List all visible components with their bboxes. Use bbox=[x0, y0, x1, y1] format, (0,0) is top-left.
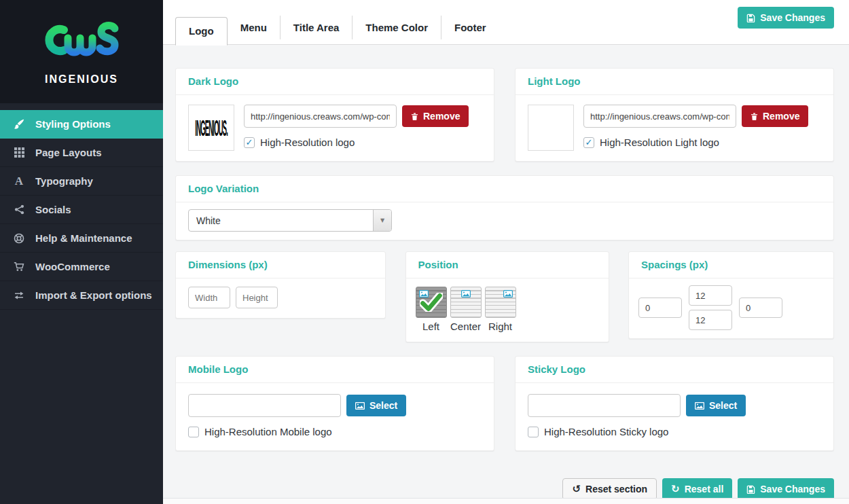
mobile-logo-title: Mobile Logo bbox=[188, 363, 248, 375]
typography-icon: A bbox=[12, 175, 26, 187]
sidebar-item-socials[interactable]: Socials bbox=[0, 196, 163, 224]
floppy-icon bbox=[746, 485, 755, 494]
mobile-logo-select-button[interactable]: Select bbox=[346, 395, 406, 416]
save-changes-button-top[interactable]: Save Changes bbox=[738, 7, 834, 29]
sidebar-item-label: WooCommerce bbox=[35, 261, 110, 272]
position-option-left[interactable]: Left bbox=[416, 287, 447, 332]
tab-logo[interactable]: Logo bbox=[175, 17, 228, 46]
height-input[interactable] bbox=[236, 287, 278, 308]
width-input[interactable] bbox=[188, 287, 230, 308]
spacings-title: Spacings (px) bbox=[641, 259, 708, 270]
lifebuoy-icon bbox=[12, 233, 26, 244]
share-icon bbox=[12, 204, 26, 215]
position-option-right[interactable]: Right bbox=[485, 287, 516, 332]
grid-icon bbox=[12, 147, 26, 158]
light-logo-hires-checkbox[interactable]: ✓ bbox=[583, 137, 594, 148]
reset-section-button[interactable]: ↺ Reset section bbox=[562, 478, 657, 500]
dark-logo-url-input[interactable] bbox=[244, 105, 397, 128]
bottom-action-bar: ↺ Reset section ↻ Reset all Save Changes bbox=[175, 478, 834, 500]
dark-logo-thumbnail: INGENIOUS. bbox=[188, 105, 234, 151]
mobile-logo-url-input[interactable] bbox=[188, 394, 341, 417]
sidebar-item-page-layouts[interactable]: Page Layouts bbox=[0, 139, 163, 167]
sidebar-menu: Styling Options Page Layouts A Typograph… bbox=[0, 110, 163, 310]
sidebar-item-import-export[interactable]: Import & Export options bbox=[0, 281, 163, 310]
content-area: Logo Menu Title Area Theme Color Footer … bbox=[163, 0, 849, 504]
light-logo-title: Light Logo bbox=[528, 75, 580, 87]
undo-icon: ↺ bbox=[572, 484, 581, 494]
image-icon bbox=[695, 402, 704, 410]
light-logo-thumbnail bbox=[528, 105, 574, 151]
tab-footer[interactable]: Footer bbox=[441, 16, 499, 39]
spacing-right-input[interactable] bbox=[739, 298, 782, 318]
sidebar-item-help-maintenance[interactable]: Help & Maintenance bbox=[0, 224, 163, 253]
sidebar-item-typography[interactable]: A Typography bbox=[0, 167, 163, 196]
logo-variation-selected-value: White bbox=[189, 215, 221, 226]
sidebar-item-label: Help & Maintenance bbox=[35, 232, 132, 244]
spacing-left-input[interactable] bbox=[638, 298, 682, 318]
logo-variation-title: Logo Variation bbox=[188, 183, 259, 194]
light-logo-url-input[interactable] bbox=[583, 105, 736, 128]
floppy-icon bbox=[746, 14, 755, 22]
light-logo-remove-button[interactable]: Remove bbox=[742, 105, 808, 127]
dark-logo-hires-checkbox[interactable]: ✓ bbox=[244, 137, 255, 148]
sticky-logo-hires-checkbox-row[interactable]: ✓ High-Resolution Sticky logo bbox=[528, 426, 821, 437]
logo-variation-select[interactable]: White ▼ bbox=[188, 209, 392, 232]
main-panel: Dark Logo INGENIOUS. Remove bbox=[163, 45, 849, 500]
sticky-logo-select-button[interactable]: Select bbox=[686, 395, 746, 416]
image-icon bbox=[461, 290, 471, 298]
sidebar: INGENIOUS Styling Options Page Layouts A… bbox=[0, 0, 163, 504]
position-center-thumbnail bbox=[450, 287, 482, 318]
tab-theme-color[interactable]: Theme Color bbox=[353, 16, 441, 39]
topbar: Logo Menu Title Area Theme Color Footer … bbox=[163, 0, 849, 45]
position-option-center[interactable]: Center bbox=[450, 287, 482, 332]
chevron-down-icon: ▼ bbox=[373, 210, 391, 231]
image-icon bbox=[355, 402, 365, 410]
brand-block: INGENIOUS bbox=[0, 0, 163, 103]
sidebar-item-label: Typography bbox=[35, 175, 93, 187]
sidebar-item-label: Import & Export options bbox=[35, 289, 152, 301]
brush-icon bbox=[12, 119, 26, 130]
sticky-logo-url-input[interactable] bbox=[528, 394, 681, 417]
dark-logo-title: Dark Logo bbox=[188, 75, 238, 87]
sticky-logo-title: Sticky Logo bbox=[528, 363, 585, 375]
dark-logo-remove-button[interactable]: Remove bbox=[402, 105, 469, 127]
sidebar-item-label: Socials bbox=[35, 204, 71, 215]
cart-icon bbox=[12, 262, 26, 272]
footer-strip bbox=[163, 498, 849, 504]
refresh-icon: ↻ bbox=[671, 484, 680, 494]
dimensions-title: Dimensions (px) bbox=[188, 259, 268, 270]
mobile-logo-hires-checkbox[interactable]: ✓ bbox=[188, 427, 199, 437]
dimensions-card: Dimensions (px) bbox=[175, 251, 386, 319]
trash-icon bbox=[411, 112, 418, 121]
position-left-thumbnail bbox=[416, 287, 447, 318]
spacing-bottom-input[interactable] bbox=[689, 310, 732, 330]
check-icon bbox=[420, 293, 443, 312]
light-logo-hires-checkbox-row[interactable]: ✓ High-Resolution Light logo bbox=[583, 137, 808, 148]
position-card: Position Left bbox=[405, 251, 609, 342]
tab-bar: Logo Menu Title Area Theme Color Footer bbox=[175, 16, 499, 44]
dark-logo-card: Dark Logo INGENIOUS. Remove bbox=[175, 68, 494, 162]
sidebar-item-styling-options[interactable]: Styling Options bbox=[0, 110, 163, 139]
trash-icon bbox=[751, 112, 758, 121]
position-title: Position bbox=[418, 259, 458, 270]
sidebar-item-label: Styling Options bbox=[35, 118, 111, 130]
image-icon bbox=[503, 290, 513, 298]
tab-menu[interactable]: Menu bbox=[228, 16, 281, 39]
sidebar-item-woocommerce[interactable]: WooCommerce bbox=[0, 253, 163, 281]
swap-arrows-icon bbox=[12, 291, 26, 300]
tab-title-area[interactable]: Title Area bbox=[281, 16, 353, 39]
position-right-thumbnail bbox=[485, 287, 516, 318]
logo-variation-card: Logo Variation White ▼ bbox=[175, 175, 834, 240]
mobile-logo-card: Mobile Logo Select ✓ High-Resolution Mob… bbox=[175, 356, 494, 451]
sticky-logo-card: Sticky Logo Select ✓ High-Resolution Sti… bbox=[515, 356, 834, 451]
sidebar-item-label: Page Layouts bbox=[35, 147, 102, 158]
spacing-top-input[interactable] bbox=[689, 285, 732, 306]
spacings-card: Spacings (px) bbox=[628, 251, 834, 339]
dark-logo-hires-checkbox-row[interactable]: ✓ High-Resolution logo bbox=[244, 137, 469, 148]
reset-all-button[interactable]: ↻ Reset all bbox=[662, 478, 732, 500]
save-changes-button-bottom[interactable]: Save Changes bbox=[738, 478, 834, 500]
sticky-logo-hires-checkbox[interactable]: ✓ bbox=[528, 427, 539, 437]
light-logo-card: Light Logo Remove ✓ High bbox=[515, 68, 834, 162]
brand-name: INGENIOUS bbox=[45, 73, 118, 86]
mobile-logo-hires-checkbox-row[interactable]: ✓ High-Resolution Mobile logo bbox=[188, 426, 482, 437]
